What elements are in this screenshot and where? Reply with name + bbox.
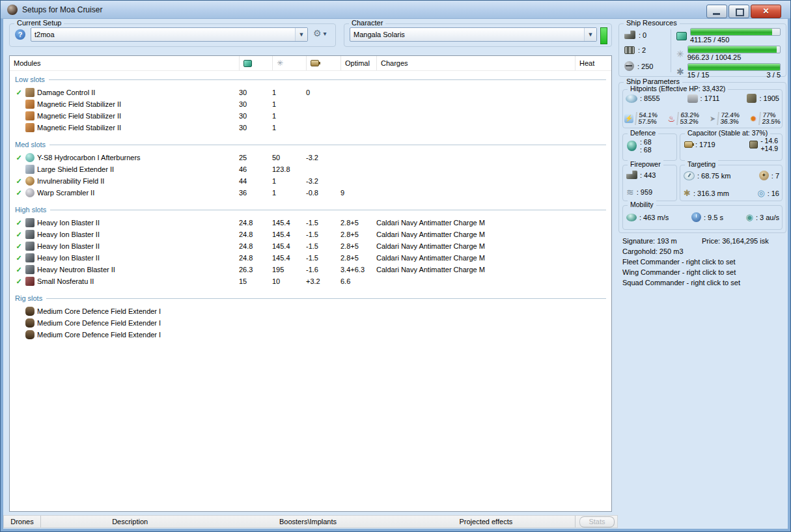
volley-value: : 443 [640,171,656,179]
defence-title: Defence [628,129,658,137]
powergrid-column-icon [277,59,283,68]
capacitor-drain-value: - 14.6 [760,137,778,145]
section-divider-line [50,210,606,210]
calibration-icon [624,61,634,71]
module-row[interactable]: ✓Warp Scrambler II 361-0.89 [10,187,611,199]
launcher-hardpoints-value: : 2 [638,46,646,54]
cpu-column-icon [243,60,252,67]
stats-button[interactable]: Stats [579,516,615,527]
powergrid-progressbar [687,46,781,53]
kinetic-resist: 72.4%36.3% [710,112,740,125]
turret-hardpoints-icon [624,31,635,39]
setup-combobox-value: t2moa [31,31,295,38]
damage-control-icon [25,88,35,97]
align-time-value: : 9.5 s [704,214,723,221]
fleet-commander-setter[interactable]: Fleet Commander - right click to set [622,257,786,267]
skills-status-indicator [600,27,607,44]
module-name: Heavy Neutron Blaster II [37,266,115,273]
module-row[interactable]: ✓Heavy Ion Blaster II 24.8145.4-1.52.8+5… [10,217,611,229]
module-name: Heavy Ion Blaster II [37,242,100,250]
armor-hp-icon [687,94,698,103]
module-row[interactable]: ✓Heavy Ion Blaster II 24.8145.4-1.52.8+5… [10,252,611,264]
drones-icon [676,66,684,77]
drones-resource: 15 / 15 3 / 5 [676,63,781,79]
mobility-group: Mobility : 463 m/s : 9.5 s : 3 au/s [622,205,783,230]
shield-hp-icon [626,94,637,103]
character-dropdown-arrow-icon[interactable]: ▼ [584,28,596,41]
module-row[interactable]: ✓Heavy Ion Blaster II 24.8145.4-1.52.8+5… [10,240,611,252]
hitpoints-group: Hitpoints (Effective HP: 33,432) : 8555 … [622,89,783,128]
resource-bars-column: 411.25 / 450 966.23 / 1004.25 15 / 15 3 … [676,28,781,79]
character-combobox[interactable]: Mangala Solaris ▼ [350,27,597,42]
armor-hp-value: : 1711 [701,94,720,102]
module-row[interactable]: ✓Heavy Ion Blaster II 24.8145.4-1.52.8+5… [10,229,611,240]
capacitor-title: Capacitor (Stable at: 37%) [685,129,770,137]
warp-scrambler-icon [25,188,35,197]
wing-commander-setter[interactable]: Wing Commander - right click to set [622,267,786,277]
active-check-icon: ✓ [15,277,23,286]
cpu-progressbar [690,28,781,36]
cargohold-value: Cargohold: 250 m3 [622,246,786,257]
mobility-title: Mobility [628,201,656,208]
squad-commander-setter[interactable]: Squad Commander - right click to set [622,277,786,288]
tab-projected-effects[interactable]: Projected effects [397,516,575,527]
targeting-range-value: : 68.75 km [697,172,730,180]
module-row[interactable]: ✓Damage Control II 3010 [10,87,611,98]
tab-boosters-implants[interactable]: Boosters\Implants [219,516,396,527]
module-row[interactable]: ✓Y-S8 Hydrocarbon I Afterburners 2550-3.… [10,152,611,163]
ship-resources-group: Ship Resources : 0 : 2 : 250 411.25 / 45… [618,23,786,77]
setup-tools-button[interactable] [313,28,327,38]
powergrid-icon [676,49,684,59]
module-row[interactable]: Medium Core Defence Field Extender I [10,317,611,329]
rig-icon [25,330,35,339]
module-row[interactable]: ✓Invulnerability Field II 441-3.2 [10,175,611,187]
sensor-strength-value: : 16 [768,189,779,197]
blaster-turret-icon [25,265,35,274]
active-check-icon: ✓ [15,266,23,274]
rig-icon [25,307,35,316]
module-row[interactable]: Large Shield Extender II 46123.8 [10,163,611,175]
tab-drones[interactable]: Drones [4,516,41,527]
setup-dropdown-arrow-icon[interactable]: ▼ [295,28,307,41]
active-check-icon: ✓ [15,154,23,162]
blaster-turret-icon [25,242,35,251]
em-resist-icon [624,114,633,123]
module-row[interactable]: ✓Small Nosferatu II 1510+3.26.6 [10,275,611,287]
blaster-turret-icon [25,218,35,227]
launcher-hardpoints: : 2 [624,46,671,54]
launcher-hardpoints-icon [624,46,635,54]
warp-speed-icon [746,212,753,222]
module-row[interactable]: Medium Core Defence Field Extender I [10,305,611,317]
tab-description[interactable]: Description [41,516,219,527]
module-row[interactable]: Magnetic Field Stabilizer II 301 [10,110,611,122]
character-combobox-value: Mangala Solaris [350,31,584,38]
rig-icon [25,318,35,328]
module-name: Magnetic Field Stabilizer II [37,100,121,108]
scan-resolution-icon [684,188,691,198]
sensor-strength-icon [757,188,764,198]
module-name: Medium Core Defence Field Extender I [37,331,161,339]
calibration-value: : 250 [637,63,653,70]
module-row[interactable]: Magnetic Field Stabilizer II 301 [10,122,611,133]
help-icon[interactable]: ? [15,29,25,40]
defence-shield-icon [627,141,637,151]
maximize-button[interactable] [729,5,749,18]
max-velocity-value: : 463 m/s [639,214,669,221]
hitpoints-title: Hitpoints (Effective HP: 33,432) [628,85,728,92]
title-bar[interactable]: Setups for Moa Cruiser ✕ [1,1,790,19]
module-row[interactable]: Magnetic Field Stabilizer II 301 [10,98,611,110]
minimize-icon [713,13,720,15]
window-title: Setups for Moa Cruiser [22,5,102,14]
tools-icon [313,28,322,38]
em-resist: 54.1%57.5% [624,112,657,125]
minimize-button[interactable] [706,5,727,18]
close-icon: ✕ [751,5,781,18]
close-button[interactable]: ✕ [751,5,781,18]
setup-combobox[interactable]: t2moa ▼ [31,27,308,42]
section-divider-line [49,79,606,80]
active-check-icon: ✓ [15,177,23,186]
module-row[interactable]: ✓Heavy Neutron Blaster II 26.3195-1.63.4… [10,264,611,275]
module-row[interactable]: Medium Core Defence Field Extender I [10,329,611,341]
module-name: Magnetic Field Stabilizer II [37,112,121,120]
module-name: Medium Core Defence Field Extender I [37,319,161,327]
